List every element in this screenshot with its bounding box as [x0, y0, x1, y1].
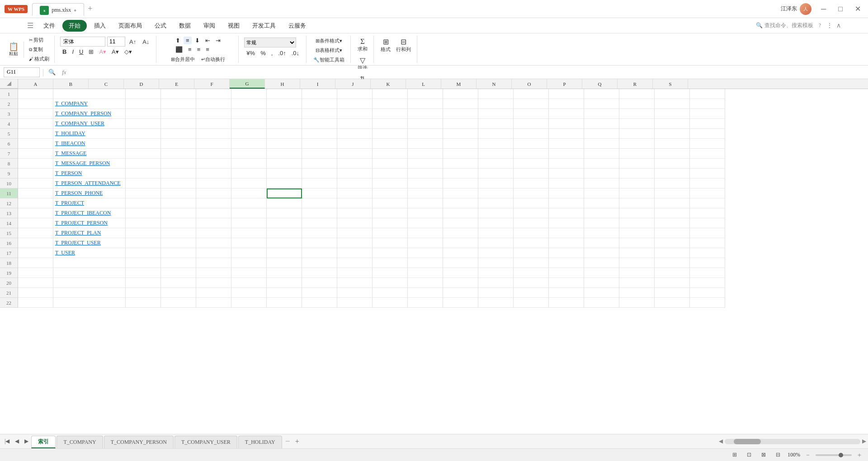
list-item[interactable] [126, 218, 161, 228]
list-item[interactable] [655, 169, 690, 179]
list-item[interactable] [655, 109, 690, 119]
col-header-M[interactable]: M [441, 79, 476, 89]
list-item[interactable] [690, 159, 725, 169]
list-item[interactable] [161, 188, 196, 198]
list-item[interactable] [231, 198, 267, 208]
list-item[interactable] [126, 89, 161, 99]
list-item[interactable] [690, 238, 725, 248]
list-item[interactable] [549, 268, 584, 278]
sheet-link[interactable]: T_PROJECT_IBEACON [55, 210, 111, 216]
sheet-link[interactable]: T_USER [55, 249, 75, 256]
table-style-button[interactable]: ⊟ 表格样式▾ [311, 46, 347, 55]
list-item[interactable] [302, 258, 337, 268]
list-item[interactable] [267, 149, 302, 159]
list-item[interactable] [549, 139, 584, 149]
col-header-H[interactable]: H [265, 79, 300, 89]
new-tab-btn[interactable]: + [85, 4, 95, 14]
list-item[interactable] [196, 89, 231, 99]
zoom-slider[interactable] [816, 454, 852, 456]
list-item[interactable]: T_COMPANY [53, 99, 126, 109]
help-icon[interactable]: ? [819, 22, 821, 29]
list-item[interactable] [196, 268, 231, 278]
indent-decrease-button[interactable]: ⇤ [203, 37, 212, 44]
list-item[interactable] [619, 99, 655, 109]
italic-button[interactable]: I [70, 48, 76, 56]
list-item[interactable] [549, 208, 584, 218]
list-item[interactable] [690, 119, 725, 129]
cell-reference-box[interactable]: G11 [4, 67, 40, 77]
list-item[interactable] [690, 149, 725, 159]
row-header[interactable]: 13 [0, 208, 18, 218]
list-item[interactable] [231, 258, 267, 268]
format-button[interactable]: ⊞ 格式 [378, 37, 393, 54]
list-item[interactable] [549, 179, 584, 188]
list-item[interactable] [408, 149, 443, 159]
number-format-select[interactable]: 常规 [244, 38, 296, 47]
list-item[interactable] [690, 228, 725, 238]
list-item[interactable] [267, 228, 302, 238]
list-item[interactable] [619, 278, 655, 288]
list-item[interactable] [126, 268, 161, 278]
list-item[interactable] [267, 218, 302, 228]
list-item[interactable] [655, 298, 690, 308]
list-item[interactable] [161, 278, 196, 288]
sheet-nav-prev[interactable]: ◀ [12, 436, 22, 447]
list-item[interactable] [302, 129, 337, 139]
ribbon-tab-view[interactable]: 视图 [222, 20, 245, 32]
list-item[interactable] [231, 188, 267, 198]
list-item[interactable] [619, 268, 655, 278]
list-item[interactable] [231, 298, 267, 308]
list-item[interactable] [478, 188, 514, 198]
sum-button[interactable]: Σ 求和 [355, 37, 370, 53]
list-item[interactable] [196, 99, 231, 109]
list-item[interactable] [690, 208, 725, 218]
list-item[interactable] [619, 238, 655, 248]
list-item[interactable] [18, 169, 53, 179]
list-item[interactable] [478, 248, 514, 258]
list-item[interactable] [267, 278, 302, 288]
list-item[interactable] [196, 228, 231, 238]
format-painter-button[interactable]: 🖌 格式刷 [27, 55, 52, 63]
list-item[interactable] [408, 298, 443, 308]
list-item[interactable] [443, 119, 478, 129]
col-header-K[interactable]: K [371, 79, 406, 89]
list-item[interactable] [373, 109, 408, 119]
list-item[interactable] [549, 149, 584, 159]
list-item[interactable] [18, 278, 53, 288]
list-item[interactable] [373, 188, 408, 198]
list-item[interactable] [549, 288, 584, 298]
list-item[interactable] [196, 139, 231, 149]
list-item[interactable] [161, 169, 196, 179]
list-item[interactable] [196, 149, 231, 159]
list-item[interactable] [302, 188, 337, 198]
list-item[interactable] [655, 188, 690, 198]
list-item[interactable] [408, 159, 443, 169]
list-item[interactable] [126, 298, 161, 308]
align-center-button[interactable]: ≡ [186, 46, 194, 53]
list-item[interactable] [196, 278, 231, 288]
sheet-tab-t_holiday[interactable]: T_HOLIDAY [238, 436, 282, 448]
list-item[interactable] [302, 99, 337, 109]
list-item[interactable] [196, 248, 231, 258]
list-item[interactable] [373, 99, 408, 109]
col-header-I[interactable]: I [300, 79, 335, 89]
list-item[interactable] [337, 238, 373, 248]
list-item[interactable] [267, 248, 302, 258]
list-item[interactable] [584, 129, 619, 139]
list-item[interactable] [161, 89, 196, 99]
list-item[interactable] [478, 89, 514, 99]
list-item[interactable] [690, 198, 725, 208]
list-item[interactable]: T_IBEACON [53, 139, 126, 149]
list-item[interactable] [53, 298, 126, 308]
list-item[interactable] [690, 129, 725, 139]
list-item[interactable] [196, 208, 231, 218]
list-item[interactable] [18, 208, 53, 218]
merge-center-button[interactable]: ⊞ 合并居中 [169, 55, 197, 64]
view-page-button[interactable]: ⊡ [744, 451, 754, 459]
list-item[interactable] [690, 288, 725, 298]
list-item[interactable] [337, 278, 373, 288]
paste-button[interactable]: 📋 粘贴 [6, 42, 21, 58]
list-item[interactable] [549, 188, 584, 198]
row-header[interactable]: 5 [0, 129, 18, 139]
list-item[interactable] [408, 268, 443, 278]
